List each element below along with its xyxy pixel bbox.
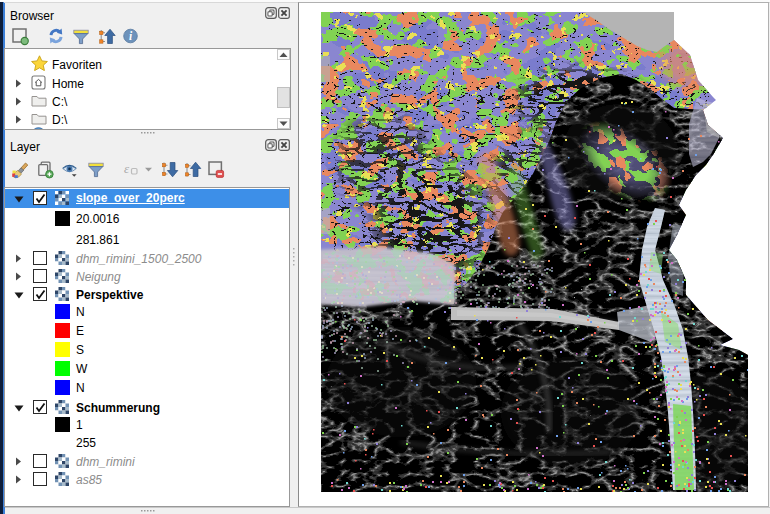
svg-text:ε: ε [124,161,130,176]
